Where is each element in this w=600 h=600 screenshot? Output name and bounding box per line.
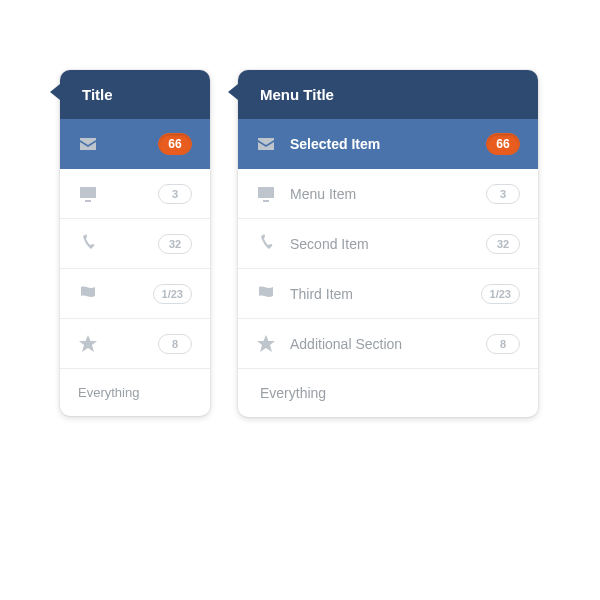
footer-link-everything[interactable]: Everything (238, 369, 538, 417)
mail-icon (78, 134, 98, 154)
menu-item-label: Selected Item (290, 136, 486, 152)
count-badge: 1/23 (153, 284, 192, 304)
menu-item[interactable]: Third Item 1/23 (238, 269, 538, 319)
menu-item[interactable]: Additional Section 8 (238, 319, 538, 369)
star-icon (256, 334, 276, 354)
menu-item-label: Additional Section (290, 336, 486, 352)
flag-icon (78, 284, 98, 304)
count-badge: 8 (486, 334, 520, 354)
panel-header: Menu Title (238, 70, 538, 119)
menu-item-label: Second Item (290, 236, 486, 252)
count-badge: 32 (158, 234, 192, 254)
panel-header: Title (60, 70, 210, 119)
menu-item-monitor[interactable]: 3 (60, 169, 210, 219)
menu-item-label: Third Item (290, 286, 481, 302)
menu-panel-compact: Title 66 3 32 1/23 8 Everything (60, 70, 210, 416)
footer-link-everything[interactable]: Everything (60, 369, 210, 416)
menu-item-mail[interactable]: 66 (60, 119, 210, 169)
panel-title: Menu Title (260, 86, 334, 103)
menu-item[interactable]: Second Item 32 (238, 219, 538, 269)
menu-panel-expanded: Menu Title Selected Item 66 Menu Item 3 … (238, 70, 538, 417)
menu-item-phone[interactable]: 32 (60, 219, 210, 269)
count-badge: 66 (486, 133, 520, 155)
monitor-icon (78, 184, 98, 204)
menu-item[interactable]: Menu Item 3 (238, 169, 538, 219)
phone-icon (256, 234, 276, 254)
flag-icon (256, 284, 276, 304)
menu-item-selected[interactable]: Selected Item 66 (238, 119, 538, 169)
star-icon (78, 334, 98, 354)
count-badge: 3 (158, 184, 192, 204)
count-badge: 1/23 (481, 284, 520, 304)
panel-title: Title (82, 86, 113, 103)
monitor-icon (256, 184, 276, 204)
mail-icon (256, 134, 276, 154)
phone-icon (78, 234, 98, 254)
count-badge: 32 (486, 234, 520, 254)
menu-item-label: Menu Item (290, 186, 486, 202)
count-badge: 8 (158, 334, 192, 354)
menu-item-flag[interactable]: 1/23 (60, 269, 210, 319)
count-badge: 3 (486, 184, 520, 204)
count-badge: 66 (158, 133, 192, 155)
menu-item-star[interactable]: 8 (60, 319, 210, 369)
